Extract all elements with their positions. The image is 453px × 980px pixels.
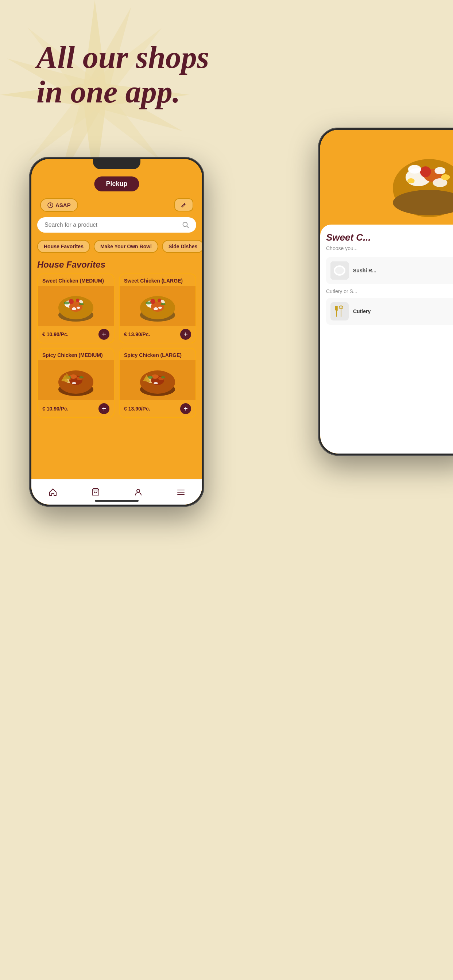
svg-point-30: [158, 307, 162, 309]
secondary-choose-label: Choose you...: [326, 245, 453, 251]
svg-point-39: [72, 382, 76, 384]
home-indicator: [95, 500, 139, 502]
product-price: € 10.90/Pc.: [42, 406, 69, 412]
edit-button[interactable]: [174, 198, 193, 212]
product-footer: € 13.90/Pc. +: [120, 400, 196, 417]
secondary-food-image: [320, 130, 453, 232]
product-card-spicy-chicken-large[interactable]: Spicy Chicken (LARGE): [119, 348, 196, 418]
svg-point-16: [64, 302, 70, 304]
cutlery-label: Cutlery: [353, 309, 370, 314]
svg-point-50: [153, 382, 158, 384]
product-card-sweet-chicken-large[interactable]: Sweet Chicken (LARGE): [119, 274, 196, 344]
cutlery-section: Cutlery or S...: [326, 288, 453, 325]
nav-profile[interactable]: [131, 485, 145, 500]
svg-point-27: [145, 302, 152, 304]
cutlery-option[interactable]: Cutlery: [326, 298, 453, 325]
cutlery-section-label: Cutlery or S...: [326, 288, 453, 294]
nav-menu[interactable]: [174, 485, 188, 500]
section-title: House Favorites: [37, 259, 105, 270]
profile-icon: [134, 488, 143, 496]
svg-point-67: [407, 178, 415, 183]
product-price: € 10.90/Pc.: [42, 331, 69, 337]
product-card-sweet-chicken-medium[interactable]: Sweet Chicken (MEDIUM): [37, 274, 115, 344]
sushi-rice-label: Sushi R...: [353, 267, 376, 274]
tab-side-dishes[interactable]: Side Dishes: [162, 240, 202, 253]
food-bowl-image-2: [137, 288, 178, 324]
svg-point-17: [79, 303, 84, 305]
pickup-button[interactable]: Pickup: [94, 177, 139, 191]
asap-label: ASAP: [56, 202, 71, 208]
clock-icon: [48, 202, 53, 208]
product-footer: € 10.90/Pc. +: [38, 326, 114, 343]
secondary-bowl-visual: [320, 130, 453, 232]
search-bar[interactable]: [37, 217, 196, 232]
tab-house-favorites[interactable]: House Favorites: [37, 240, 90, 253]
add-to-cart-button[interactable]: +: [180, 403, 191, 414]
nav-home[interactable]: [46, 485, 60, 500]
product-price: € 13.90/Pc.: [124, 331, 150, 337]
product-card-spicy-chicken-medium[interactable]: Spicy Chicken (MEDIUM): [37, 348, 115, 418]
category-tabs: House Favorites Make Your Own Bowl Side …: [37, 240, 196, 253]
svg-point-38: [79, 376, 83, 379]
svg-point-29: [153, 307, 158, 310]
menu-icon: [177, 488, 185, 496]
hero-line-2: in one app.: [37, 75, 209, 110]
phone-secondary: Sweet C... Choose you... Sushi R...: [318, 127, 453, 456]
svg-point-53: [137, 489, 140, 492]
product-title: Sweet Chicken (LARGE): [120, 274, 196, 286]
product-footer: € 13.90/Pc. +: [120, 326, 196, 343]
secondary-content: Sweet C... Choose you... Sushi R...: [320, 224, 453, 453]
sushi-rice-icon: [330, 261, 349, 280]
search-icon: [182, 222, 189, 228]
add-to-cart-button[interactable]: +: [99, 329, 109, 340]
svg-line-8: [187, 226, 188, 228]
svg-line-6: [184, 204, 185, 205]
food-bowl-image-4: [137, 362, 178, 398]
svg-point-70: [335, 267, 344, 274]
product-footer: € 10.90/Pc. +: [38, 400, 114, 417]
product-title: Sweet Chicken (MEDIUM): [38, 274, 114, 286]
cart-icon: [91, 488, 100, 496]
secondary-screen: Sweet C... Choose you... Sushi R...: [320, 130, 453, 453]
secondary-product-title: Sweet C...: [326, 232, 453, 243]
product-price: € 13.90/Pc.: [124, 406, 150, 412]
asap-button[interactable]: ASAP: [40, 198, 78, 212]
svg-point-28: [161, 303, 166, 305]
sushi-rice-option[interactable]: Sushi R...: [326, 257, 453, 284]
product-image-spicy-2: [120, 360, 196, 400]
product-title: Spicy Chicken (MEDIUM): [38, 348, 114, 360]
svg-point-49: [161, 376, 165, 379]
svg-point-18: [72, 307, 76, 310]
hero-text: All our shops in one app.: [37, 40, 209, 109]
food-bowl-image: [56, 288, 96, 324]
nav-cart[interactable]: [88, 485, 103, 500]
tab-make-your-own-bowl[interactable]: Make Your Own Bowl: [94, 240, 158, 253]
svg-point-26: [158, 299, 161, 302]
svg-point-66: [441, 174, 450, 180]
phone-notch: [93, 159, 140, 169]
cutlery-icon: [333, 305, 346, 318]
svg-point-48: [148, 376, 153, 379]
add-to-cart-button[interactable]: +: [180, 329, 191, 340]
svg-point-19: [77, 307, 80, 309]
food-bowl-image-3: [56, 362, 96, 398]
svg-point-65: [435, 167, 446, 174]
svg-line-5: [50, 205, 51, 206]
product-image: [38, 286, 114, 326]
home-icon: [48, 488, 57, 496]
product-image-spicy: [38, 360, 114, 400]
products-grid: Sweet Chicken (MEDIUM): [37, 274, 196, 418]
search-input[interactable]: [45, 222, 179, 228]
sushi-rice-thumbnail: [330, 261, 349, 280]
phone-main: Pickup ASAP: [29, 157, 204, 507]
cutlery-thumbnail: [330, 302, 349, 320]
svg-point-62: [420, 166, 431, 177]
add-to-cart-button[interactable]: +: [99, 403, 109, 414]
edit-icon: [181, 202, 187, 208]
svg-point-64: [408, 165, 421, 173]
product-image: [120, 286, 196, 326]
product-title: Spicy Chicken (LARGE): [120, 348, 196, 360]
svg-point-15: [76, 299, 80, 302]
screen-content: Pickup ASAP: [31, 159, 202, 504]
hero-line-1: All our shops: [37, 40, 209, 75]
